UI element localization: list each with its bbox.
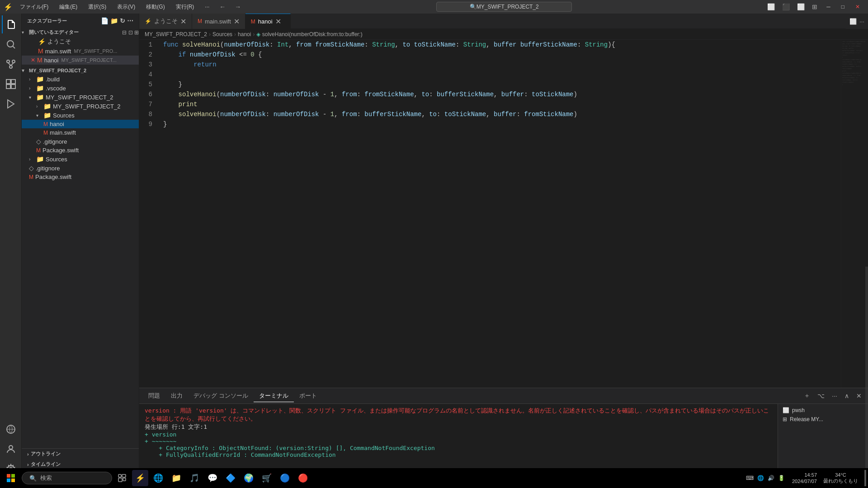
activity-extensions[interactable] (2, 75, 20, 93)
tab-welcome-close[interactable]: ✕ (180, 17, 186, 26)
tree-package-inner[interactable]: M Package.swift (22, 146, 139, 155)
system-tray[interactable]: ⌨ 🌐 🔊 🔋 (742, 475, 788, 481)
window-minimize-button[interactable]: ─ (822, 2, 835, 12)
layout-icon-3[interactable]: ⬜ (794, 2, 807, 11)
breadcrumb-project[interactable]: MY_SWIFT_PROJECT_2 (145, 31, 207, 38)
panel-tab-problems[interactable]: 問題 (143, 390, 165, 402)
release-label: Release MY... (790, 416, 823, 422)
tab-main-close[interactable]: ✕ (234, 17, 240, 26)
taskbar-app-7[interactable]: 🛒 (259, 470, 275, 486)
taskbar-app-2[interactable]: 📁 (168, 470, 184, 486)
menu-more[interactable]: ··· (201, 3, 213, 11)
tree-main-swift-file[interactable]: M main.swift (22, 128, 139, 137)
activity-debug[interactable] (2, 95, 20, 113)
nav-back-button[interactable]: ← (217, 2, 228, 11)
layout-icon-2[interactable]: ⬛ (779, 2, 793, 11)
open-editor-hanoi[interactable]: ✕ M hanoi MY_SWIFT_PROJECT... (22, 56, 139, 65)
taskbar-search[interactable]: 🔍 検索 (22, 472, 112, 484)
panel-tab-output[interactable]: 出力 (165, 390, 188, 402)
terminal-instance-pwsh[interactable]: ⬜ pwsh (780, 406, 866, 415)
panel-tab-ports[interactable]: ポート (294, 390, 322, 402)
search-bar[interactable]: 🔍 MY_SWIFT_PROJECT_2 (436, 2, 572, 12)
taskbar-app-9[interactable]: 🔴 (295, 470, 311, 486)
tree-sources-folder[interactable]: ▾ 📁 Sources (22, 111, 139, 120)
panel-split[interactable]: ⌥ (815, 391, 827, 401)
activity-remote[interactable] (2, 420, 20, 438)
code-editor[interactable]: 1 func solveHanoi(numberOfDisk: Int, fro… (139, 40, 868, 388)
menu-file[interactable]: ファイル(F) (16, 2, 52, 12)
terminal-instance-release[interactable]: ⊞ Release MY... (780, 415, 866, 424)
activity-accounts[interactable] (2, 440, 20, 458)
show-desktop-button[interactable] (864, 470, 866, 486)
menu-select[interactable]: 選択(S) (85, 2, 110, 12)
breadcrumb-sep-3: › (253, 31, 255, 38)
taskbar-app-1[interactable]: 🌐 (150, 470, 166, 486)
section-project[interactable]: ▾ MY_SWIFT_PROJECT_2 (22, 66, 139, 75)
panel-tab-terminal[interactable]: ターミナル (254, 390, 294, 402)
breadcrumb-hanoi[interactable]: hanoi (238, 31, 251, 38)
new-file-icon[interactable]: 📄 (101, 17, 108, 24)
taskbar-app-8[interactable]: 🔵 (277, 470, 293, 486)
terminal-content[interactable]: version : 用語 'version' は、コマンドレット、関数、スクリプ… (139, 404, 778, 478)
breadcrumb-sources[interactable]: Sources (212, 31, 232, 38)
breadcrumb-function[interactable]: ◈ solveHanoi(numberOfDisk:from:to:buffer… (256, 31, 362, 38)
tree-gitignore-inner[interactable]: ◇ .gitignore (22, 137, 139, 146)
refresh-icon[interactable]: ↻ (120, 17, 125, 24)
panel-collapse[interactable]: ∧ (842, 391, 852, 401)
tree-gitignore-outer[interactable]: ◇ .gitignore (22, 164, 139, 173)
taskbar-app-3[interactable]: 🎵 (186, 470, 203, 486)
open-editor-main-swift[interactable]: M main.swift MY_SWIFT_PRO... (22, 47, 139, 56)
tab-welcome[interactable]: ⚡ ようこそ ✕ (139, 14, 192, 29)
taskbar-app-6[interactable]: 🌍 (241, 470, 257, 486)
tab-hanoi[interactable]: M hanoi ✕ (245, 14, 291, 29)
activity-explorer[interactable] (2, 15, 20, 33)
nav-forward-button[interactable]: → (232, 2, 244, 11)
taskbar-task-view[interactable] (114, 470, 130, 486)
tree-package-outer[interactable]: M Package.swift (22, 173, 139, 181)
menu-edit[interactable]: 編集(E) (56, 2, 81, 12)
section-outline[interactable]: › アウトライン (22, 449, 139, 459)
window-maximize-button[interactable]: □ (837, 2, 849, 12)
tree-myswift-folder[interactable]: ▾ 📁 MY_SWIFT_PROJECT_2 (22, 93, 139, 102)
panel-close[interactable]: ✕ (854, 391, 864, 401)
tree-myswift-subfolder[interactable]: › 📁 MY_SWIFT_PROJECT_2 (22, 102, 139, 111)
collapse-all-icon[interactable]: ⋯ (127, 17, 133, 24)
menu-go[interactable]: 移動(G) (142, 2, 168, 12)
panel-controls: ＋ ⌥ ··· ∧ ✕ (801, 391, 864, 401)
tree-sources-outer[interactable]: › 📁 Sources (22, 155, 139, 164)
activity-search[interactable] (2, 35, 20, 53)
tab-main-swift[interactable]: M main.swift ✕ (192, 14, 245, 29)
taskbar-app-5[interactable]: 🔷 (222, 470, 239, 486)
svg-line-6 (11, 63, 14, 66)
menu-view[interactable]: 表示(V) (113, 2, 139, 12)
tree-hanoi-file[interactable]: M hanoi (22, 120, 139, 128)
layout-icon-1[interactable]: ⬜ (764, 2, 778, 11)
titlebar: ⚡ ファイル(F) 編集(E) 選択(S) 表示(V) 移動(G) 実行(R) … (0, 0, 868, 14)
code-line-7: 7 print (139, 99, 868, 109)
open-editor-welcome[interactable]: ⚡ ようこそ (22, 37, 139, 47)
taskbar-app-vscode[interactable]: ⚡ (132, 470, 148, 486)
more-actions-icon[interactable]: ··· (859, 18, 864, 25)
titlebar-center: 🔍 MY_SWIFT_PROJECT_2 (244, 2, 764, 12)
layout-icon-4[interactable]: ⊞ (809, 2, 820, 11)
window-close-button[interactable]: ✕ (851, 2, 864, 12)
code-line-3: 3 return (139, 60, 868, 70)
tree-build[interactable]: › 📁 .build (22, 75, 139, 84)
start-button[interactable] (2, 469, 20, 487)
tray-network-icon: 🌐 (757, 475, 764, 481)
tab-hanoi-close[interactable]: ✕ (275, 17, 281, 26)
activity-source-control[interactable] (2, 55, 20, 73)
section-open-editors[interactable]: ▾ 開いているエディター ⊟ ⊡ ⊞ (22, 28, 139, 37)
weather-widget[interactable]: 34°C 曇れのちくもり (821, 472, 861, 484)
menu-run[interactable]: 実行(R) (172, 2, 198, 12)
panel-scrollbar[interactable] (865, 404, 868, 478)
taskbar-app-4[interactable]: 💬 (204, 470, 221, 486)
panel-tab-debug[interactable]: デバッグ コンソール (188, 390, 254, 402)
clock-display[interactable]: 14:57 2024/07/07 (792, 472, 817, 485)
split-editor-icon[interactable]: ⬜ (849, 18, 857, 25)
panel-new-terminal[interactable]: ＋ (801, 391, 813, 401)
new-folder-icon[interactable]: 📁 (110, 17, 118, 24)
panel-more[interactable]: ··· (829, 391, 840, 401)
code-line-4: 4 (139, 70, 868, 80)
tree-vscode[interactable]: › 📁 .vscode (22, 84, 139, 93)
